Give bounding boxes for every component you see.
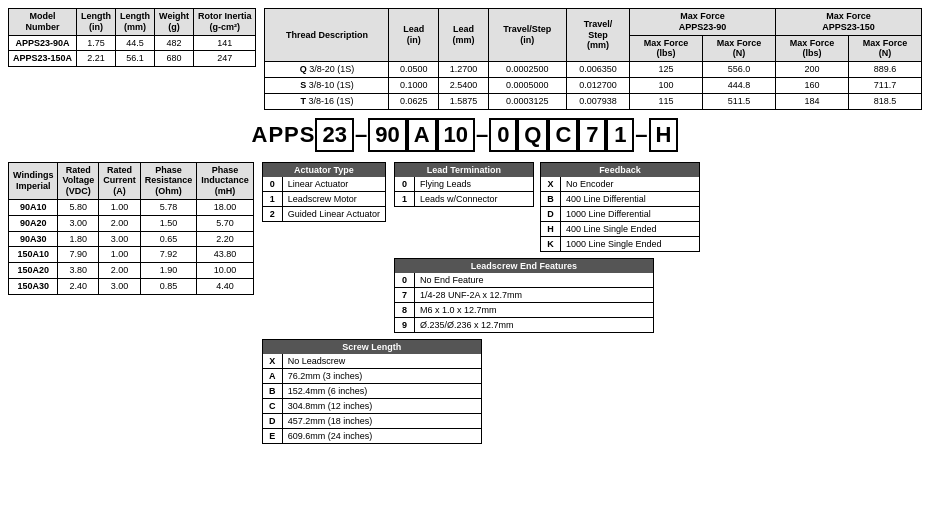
pn-num5: 7	[578, 118, 606, 152]
pn-num3: 10	[437, 118, 475, 152]
winding-name: 150A10	[9, 247, 58, 263]
thread-row: Q 3/8-20 (1S) 0.0500 1.2700 0.0002500 0.…	[265, 62, 922, 78]
list-item: X No Leadscrew	[263, 354, 481, 368]
lead-mm: 1.2700	[439, 62, 489, 78]
list-item: H 400 Line Single Ended	[541, 221, 699, 236]
travel-mm: 0.006350	[566, 62, 629, 78]
current: 3.00	[99, 278, 141, 294]
current: 1.00	[99, 247, 141, 263]
inductance: 2.20	[197, 231, 254, 247]
col-model: ModelNumber	[9, 9, 77, 36]
list-item: 1 Leadscrew Motor	[263, 191, 385, 206]
col-90-n: Max Force(N)	[703, 35, 776, 62]
right-column: Lead Termination 0 Flying Leads 1 Leads …	[394, 162, 922, 333]
col-lead-in: Lead(in)	[389, 9, 439, 62]
item-desc: Guided Linear Actuator	[283, 207, 385, 221]
pn-letter1: A	[407, 118, 437, 152]
item-code: K	[541, 237, 561, 251]
windings-section: WindingsImperial RatedVoltage(VDC) Rated…	[8, 162, 254, 295]
col-thread-desc: Thread Description	[265, 9, 389, 62]
item-code: 7	[395, 288, 415, 302]
item-desc: 1000 Line Differential	[561, 207, 656, 221]
winding-name: 150A20	[9, 263, 58, 279]
item-desc: 400 Line Differential	[561, 192, 651, 206]
travel-in: 0.0003125	[489, 93, 567, 109]
upper-right-row: Lead Termination 0 Flying Leads 1 Leads …	[394, 162, 922, 252]
lead-mm: 1.5875	[439, 93, 489, 109]
voltage: 3.00	[58, 215, 99, 231]
model-name: APPS23-150A	[9, 51, 77, 67]
mid-top-row: Actuator Type 0 Linear Actuator 1 Leadsc…	[262, 162, 922, 333]
item-desc: 609.6mm (24 inches)	[283, 429, 378, 443]
part-number-section: APPS 23 – 90 A 10 – 0 Q C 7 1 – H	[8, 118, 922, 152]
item-code: 0	[395, 177, 415, 191]
thread-table: Thread Description Lead(in) Lead(mm) Tra…	[264, 8, 922, 110]
winding-name: 90A30	[9, 231, 58, 247]
list-item: D 1000 Line Differential	[541, 206, 699, 221]
travel-mm: 0.012700	[566, 77, 629, 93]
item-desc: Ø.235/Ø.236 x 12.7mm	[415, 318, 519, 332]
item-code: C	[263, 399, 283, 413]
item-desc: Leads w/Connector	[415, 192, 503, 206]
feedback-header: Feedback	[541, 163, 699, 177]
actuator-type-header: Actuator Type	[263, 163, 385, 177]
item-code: H	[541, 222, 561, 236]
item-code: X	[541, 177, 561, 191]
item-code: 1	[263, 192, 283, 206]
col-travel-in: Travel/Step(in)	[489, 9, 567, 62]
length-mm: 44.5	[116, 35, 155, 51]
mf90-lbs: 100	[630, 77, 703, 93]
col-phase-inductance: PhaseInductance(mH)	[197, 162, 254, 199]
end-features-header: Leadscrew End Features	[395, 259, 653, 273]
list-item: 0 Flying Leads	[395, 177, 533, 191]
winding-row: 150A10 7.90 1.00 7.92 43.80	[9, 247, 254, 263]
item-desc: 400 Line Single Ended	[561, 222, 662, 236]
item-code: 0	[263, 177, 283, 191]
item-desc: 457.2mm (18 inches)	[283, 414, 378, 428]
thread-row: T 3/8-16 (1S) 0.0625 1.5875 0.0003125 0.…	[265, 93, 922, 109]
winding-row: 150A30 2.40 3.00 0.85 4.40	[9, 278, 254, 294]
col-length-in: Length(in)	[77, 9, 116, 36]
current: 3.00	[99, 231, 141, 247]
weight: 680	[155, 51, 194, 67]
pn-letter4: H	[649, 118, 679, 152]
voltage: 5.80	[58, 199, 99, 215]
winding-row: 90A10 5.80 1.00 5.78 18.00	[9, 199, 254, 215]
inertia: 247	[193, 51, 256, 67]
mf90-lbs: 115	[630, 93, 703, 109]
voltage: 2.40	[58, 278, 99, 294]
col-150-lbs: Max Force(lbs)	[776, 35, 849, 62]
list-item: 7 1/4-28 UNF-2A x 12.7mm	[395, 287, 653, 302]
length-mm: 56.1	[116, 51, 155, 67]
thread-row: S 3/8-10 (1S) 0.1000 2.5400 0.0005000 0.…	[265, 77, 922, 93]
mf90-n: 444.8	[703, 77, 776, 93]
screw-length-box: Screw Length X No Leadscrew A 76.2mm (3 …	[262, 339, 482, 444]
list-item: 0 No End Feature	[395, 273, 653, 287]
pn-prefix: APPS	[252, 122, 316, 148]
lead-mm: 2.5400	[439, 77, 489, 93]
model-row: APPS23-150A 2.21 56.1 680 247	[9, 51, 256, 67]
model-table: ModelNumber Length(in) Length(mm) Weight…	[8, 8, 256, 67]
end-features-box: Leadscrew End Features 0 No End Feature …	[394, 258, 654, 333]
item-code: 9	[395, 318, 415, 332]
winding-name: 90A20	[9, 215, 58, 231]
winding-row: 90A20 3.00 2.00 1.50 5.70	[9, 215, 254, 231]
top-section: ModelNumber Length(in) Length(mm) Weight…	[8, 8, 922, 110]
col-rated-voltage: RatedVoltage(VDC)	[58, 162, 99, 199]
item-code: 0	[395, 273, 415, 287]
col-windings: WindingsImperial	[9, 162, 58, 199]
travel-in: 0.0002500	[489, 62, 567, 78]
item-desc: 1000 Line Single Ended	[561, 237, 667, 251]
mf90-n: 511.5	[703, 93, 776, 109]
lead-in: 0.1000	[389, 77, 439, 93]
mf90-lbs: 125	[630, 62, 703, 78]
pn-letter3: C	[548, 118, 578, 152]
item-code: E	[263, 429, 283, 443]
winding-row: 90A30 1.80 3.00 0.65 2.20	[9, 231, 254, 247]
winding-name: 90A10	[9, 199, 58, 215]
list-item: B 152.4mm (6 inches)	[263, 383, 481, 398]
item-desc: 304.8mm (12 inches)	[283, 399, 378, 413]
resistance: 0.85	[140, 278, 197, 294]
col-apps23-150: Max ForceAPPS23-150	[776, 9, 922, 36]
item-desc: No Encoder	[561, 177, 619, 191]
